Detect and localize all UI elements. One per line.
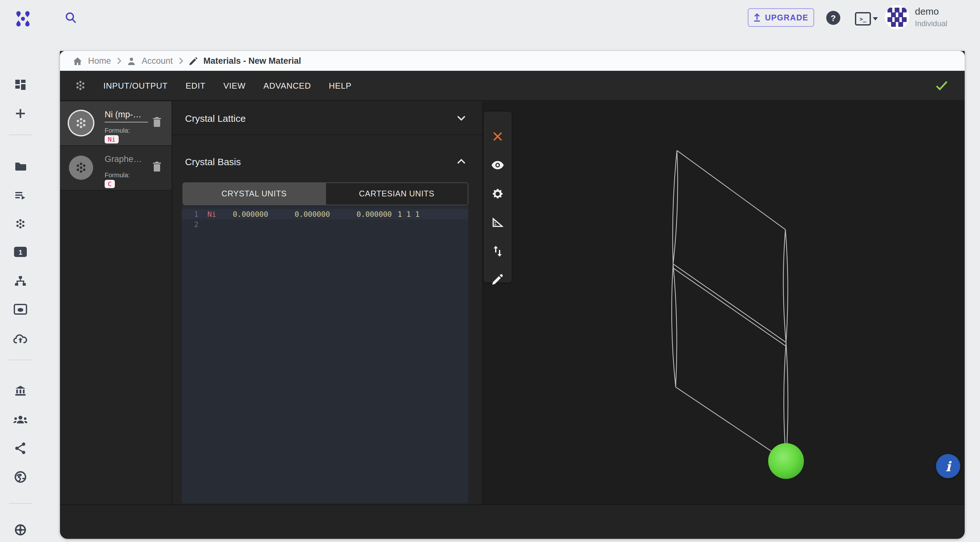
designer-content: Ni (mp-… Formula: Ni	[60, 101, 965, 505]
materials-dots-icon	[74, 79, 87, 92]
material-name[interactable]: Ni (mp-…	[105, 110, 142, 119]
basis-code-editor[interactable]: 1Ni0.000000 0.000000 0.0000001 1 1 2	[182, 206, 468, 503]
materials-list: Ni (mp-… Formula: Ni	[60, 101, 172, 505]
units-tabs: CRYSTAL UNITS CARTESIAN UNITS	[183, 182, 468, 205]
upgrade-label: UPGRADE	[765, 13, 808, 22]
breadcrumb-account[interactable]: Account	[142, 56, 173, 66]
code-line-1[interactable]: 1Ni0.000000 0.000000 0.0000001 1 1	[182, 209, 468, 219]
info-icon: i	[945, 458, 951, 474]
user-menu[interactable]: demo Individual	[915, 6, 947, 28]
dashboard-icon[interactable]	[13, 77, 28, 92]
create-new-icon[interactable]	[13, 106, 28, 121]
chevron-right-icon	[117, 57, 121, 64]
ruler-triangle-icon[interactable]	[492, 217, 503, 228]
sidebar-divider	[9, 135, 32, 135]
caret-down-icon	[873, 17, 878, 21]
crystal-basis-section[interactable]: Crystal Basis	[172, 136, 482, 174]
material-thumbnail	[69, 155, 93, 180]
brand-logo-icon[interactable]	[14, 10, 32, 27]
designer-footer	[60, 504, 965, 539]
tab-crystal-units[interactable]: CRYSTAL UNITS	[183, 183, 325, 205]
home-icon[interactable]	[73, 56, 82, 65]
unit-one-icon[interactable]: 1	[13, 244, 28, 260]
chevron-right-icon	[179, 57, 183, 64]
source-editor-panel: Crystal Lattice Crystal Basis CRYSTAL UN…	[172, 101, 483, 505]
formula-label: Formula:	[105, 127, 130, 134]
close-icon[interactable]	[493, 132, 503, 141]
formula-chip: Ni	[105, 135, 119, 143]
upgrade-button[interactable]: UPGRADE	[748, 8, 814, 27]
menu-advanced[interactable]: ADVANCED	[255, 76, 320, 95]
delete-trash-icon[interactable]	[153, 117, 161, 128]
three-d-viewer[interactable]: i	[483, 101, 965, 505]
menu-view[interactable]: VIEW	[215, 76, 255, 95]
atom-sphere-ni[interactable]	[768, 443, 804, 479]
question-mark-icon: ?	[831, 13, 836, 23]
console-menu-button[interactable]: >_	[855, 12, 878, 25]
check-icon[interactable]	[935, 80, 948, 90]
designer-menubar: INPUT/OUTPUT EDIT VIEW ADVANCED HELP	[60, 71, 965, 101]
chevron-up-icon[interactable]	[457, 159, 466, 165]
edit-pencil-icon[interactable]	[492, 274, 503, 285]
tab-cartesian-units[interactable]: CARTESIAN UNITS	[325, 183, 468, 205]
jobs-list-icon[interactable]	[13, 188, 28, 203]
visibility-eye-icon[interactable]	[491, 161, 504, 170]
search-icon[interactable]	[64, 11, 78, 25]
command-wheel-icon[interactable]	[13, 522, 28, 537]
sidebar-divider	[9, 503, 32, 504]
top-bar: UPGRADE ? >_ demo Individual	[0, 0, 980, 51]
settings-gear-icon[interactable]	[492, 188, 503, 200]
delete-trash-icon[interactable]	[153, 161, 161, 172]
material-item-graphene[interactable]: Graphe… Formula: C	[60, 146, 172, 191]
app-sidebar: 1	[0, 36, 41, 542]
swap-arrows-icon[interactable]	[493, 246, 502, 257]
shared-network-icon[interactable]	[13, 441, 28, 456]
organization-bank-icon[interactable]	[13, 383, 28, 399]
designer-window: Home Account Materials - New Material	[60, 51, 965, 539]
help-button[interactable]: ?	[826, 11, 840, 25]
visualizations-image-icon[interactable]	[13, 302, 28, 317]
name-underline	[105, 122, 148, 122]
section-title: Crystal Basis	[185, 156, 241, 167]
unit-cell-wireframe	[483, 101, 965, 505]
chevron-down-icon[interactable]	[457, 116, 466, 121]
breadcrumb-current: Materials - New Material	[204, 56, 301, 66]
upload-arrow-icon	[754, 13, 760, 22]
projects-folder-icon[interactable]	[13, 159, 28, 174]
menu-input-output[interactable]: INPUT/OUTPUT	[94, 76, 177, 95]
menu-help[interactable]: HELP	[320, 76, 361, 95]
user-name: demo	[915, 6, 947, 17]
materials-dots-icon[interactable]	[13, 216, 28, 231]
breadcrumb-home[interactable]: Home	[88, 56, 111, 66]
material-thumbnail	[69, 111, 93, 135]
edit-pencil-icon	[189, 56, 198, 65]
svg-text:1: 1	[19, 248, 22, 256]
workflows-tree-icon[interactable]	[13, 274, 28, 289]
material-name[interactable]: Graphe…	[105, 154, 142, 164]
code-line-2[interactable]: 2	[182, 219, 468, 230]
info-button[interactable]: i	[936, 454, 960, 478]
uploads-cloud-icon[interactable]	[13, 331, 28, 346]
menu-edit[interactable]: EDIT	[177, 76, 215, 95]
user-plan: Individual	[915, 19, 947, 28]
terminal-icon: >_	[855, 12, 871, 25]
viewer-toolbar	[484, 112, 512, 282]
formula-chip: C	[105, 180, 115, 188]
material-item-ni[interactable]: Ni (mp-… Formula: Ni	[60, 101, 172, 146]
section-title: Crystal Lattice	[185, 113, 246, 124]
account-icon	[127, 56, 136, 65]
explore-globe-icon[interactable]	[13, 469, 28, 485]
team-people-icon[interactable]	[13, 412, 28, 427]
materials-designer-app: UPGRADE ? >_ demo Individual	[0, 0, 980, 542]
sidebar-divider	[9, 360, 32, 360]
user-avatar[interactable]	[885, 5, 909, 29]
formula-label: Formula:	[105, 171, 130, 179]
breadcrumb: Home Account Materials - New Material	[60, 51, 965, 71]
crystal-lattice-section[interactable]: Crystal Lattice	[172, 101, 482, 135]
